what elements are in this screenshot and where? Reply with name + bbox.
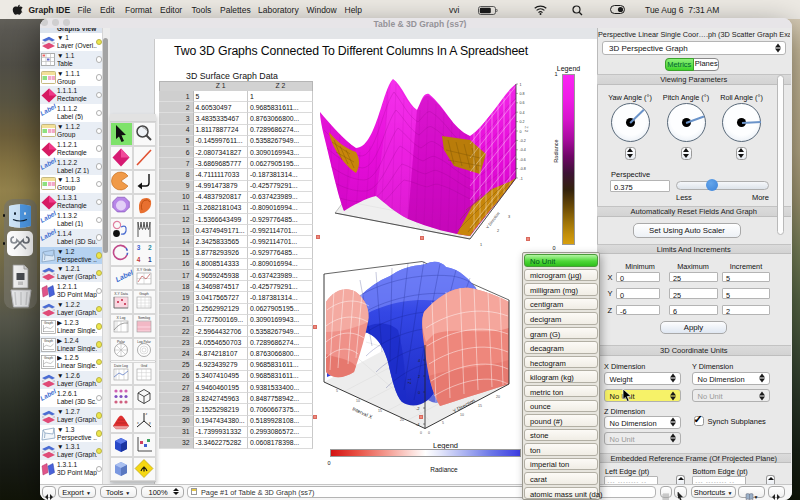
svg-text:x: x [137,421,139,425]
svg-text:20: 20 [400,418,404,422]
svg-text:5: 5 [336,389,338,393]
svg-text:0: 0 [428,431,430,435]
svg-text:Graph: Graph [44,356,53,360]
svg-text:0.2: 0.2 [520,120,525,124]
svg-text:3: 3 [508,215,510,219]
svg-text:0.6: 0.6 [520,101,525,105]
svg-text:Date Log: Date Log [114,364,128,368]
svg-text:-0.8: -0.8 [520,167,526,171]
svg-text:-0.4: -0.4 [520,148,526,152]
svg-text:10: 10 [356,399,360,403]
svg-text:20: 20 [496,395,500,399]
svg-text:X-Y Grids: X-Y Grids [137,268,152,272]
svg-text:Grid: Grid [141,364,148,368]
svg-text:1: 1 [480,243,482,247]
svg-text:Interval X: Interval X [352,405,374,420]
svg-text:Polar: Polar [117,339,126,343]
svg-text:10: 10 [460,413,464,417]
svg-text:5: 5 [442,421,444,425]
svg-text:Z 1: Z 1 [407,377,412,384]
svg-text:X Log: X Log [117,316,126,320]
svg-text:-0.6: -0.6 [520,158,526,162]
svg-text:Semilog: Semilog [138,316,150,320]
svg-text:1: 1 [520,83,522,87]
svg-text:Graph: Graph [44,339,53,343]
svg-text:Log Polar: Log Polar [137,339,152,343]
svg-text:2: 2 [497,229,499,233]
svg-text:Graph: Graph [139,292,149,296]
svg-text:y: y [149,421,151,425]
svg-text:-1: -1 [520,177,523,181]
svg-text:-0.2: -0.2 [520,139,526,143]
svg-text:Z 2: Z 2 [524,126,529,133]
svg-text:X-Y Data: X-Y Data [115,292,129,296]
svg-text:z: z [146,412,148,416]
svg-text:0.4: 0.4 [520,111,525,115]
svg-text:0: 0 [420,431,422,435]
svg-text:0: 0 [520,130,522,134]
svg-text:0.8: 0.8 [520,92,525,96]
svg-text:15: 15 [478,404,482,408]
svg-text:Graph: Graph [44,321,53,325]
svg-text:15: 15 [378,409,382,413]
